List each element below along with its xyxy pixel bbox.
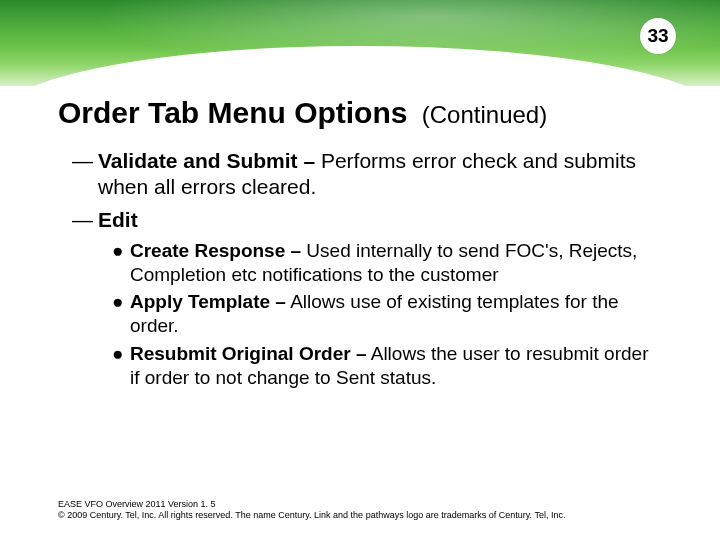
- title-main: Order Tab Menu Options: [58, 96, 407, 129]
- footer-line-1: EASE VFO Overview 2011 Version 1. 5: [58, 499, 565, 511]
- list-item: —Edit: [72, 207, 662, 233]
- header-banner-shade: [0, 0, 720, 86]
- item-label: Resubmit Original Order –: [130, 343, 367, 364]
- slide: 33 Order Tab Menu Options (Continued) —V…: [0, 0, 720, 540]
- sub-list: ●Create Response – Used internally to se…: [72, 239, 662, 390]
- dash-bullet: —: [72, 207, 98, 233]
- page-number: 33: [640, 18, 676, 54]
- content-area: Order Tab Menu Options (Continued) —Vali…: [58, 96, 662, 393]
- body-text: —Validate and Submit – Performs error ch…: [58, 148, 662, 389]
- item-label: Create Response –: [130, 240, 301, 261]
- page-number-text: 33: [647, 25, 668, 47]
- footer-line-2: © 2009 Century. Tel, Inc. All rights res…: [58, 510, 565, 522]
- dash-bullet: —: [72, 148, 98, 174]
- list-item: ●Apply Template – Allows use of existing…: [112, 290, 662, 338]
- title-continued: (Continued): [422, 101, 547, 128]
- dot-bullet: ●: [112, 239, 130, 263]
- list-item: ●Create Response – Used internally to se…: [112, 239, 662, 287]
- list-item: ●Resubmit Original Order – Allows the us…: [112, 342, 662, 390]
- list-item: —Validate and Submit – Performs error ch…: [72, 148, 662, 201]
- footer: EASE VFO Overview 2011 Version 1. 5 © 20…: [58, 499, 565, 522]
- dot-bullet: ●: [112, 342, 130, 366]
- item-label: Validate and Submit –: [98, 149, 315, 172]
- slide-title: Order Tab Menu Options (Continued): [58, 96, 662, 130]
- dot-bullet: ●: [112, 290, 130, 314]
- item-label: Apply Template –: [130, 291, 286, 312]
- item-label: Edit: [98, 208, 138, 231]
